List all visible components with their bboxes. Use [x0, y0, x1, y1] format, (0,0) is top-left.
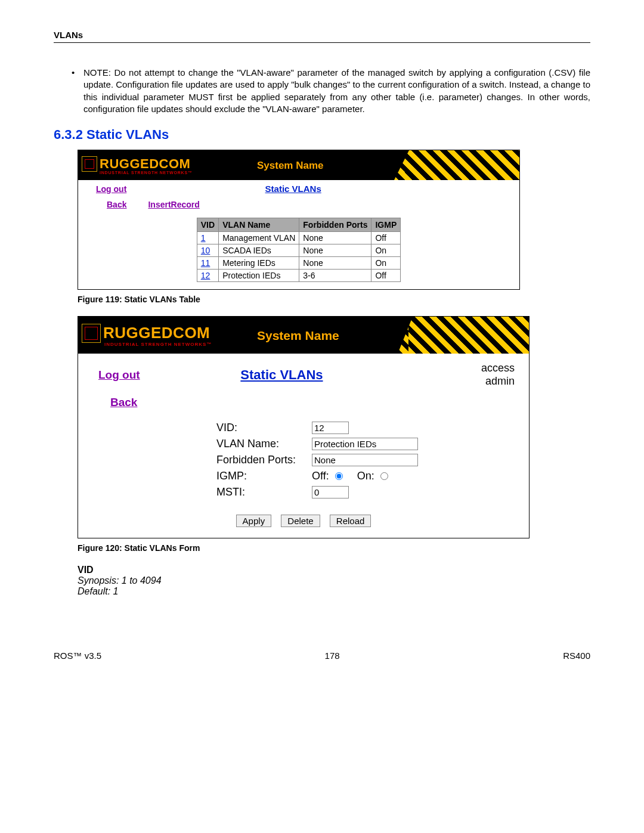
igmp-off-radio[interactable] — [335, 472, 343, 480]
param-name: VID — [78, 565, 590, 575]
param-synopsis: Synopsis: 1 to 4094 — [78, 575, 590, 586]
igmp-off-label: Off: — [312, 470, 329, 482]
vid-label: VID: — [78, 422, 312, 434]
cell: Metering IEDs — [219, 257, 299, 270]
logo-icon — [82, 324, 101, 343]
vid-input[interactable] — [312, 422, 349, 434]
apply-button[interactable]: Apply — [236, 515, 272, 527]
igmp-on-radio[interactable] — [380, 472, 388, 480]
delete-button[interactable]: Delete — [281, 515, 320, 527]
cell: None — [299, 257, 371, 270]
page-title[interactable]: Static VLANs — [240, 367, 323, 383]
param-section: VID Synopsis: 1 to 4094 Default: 1 — [78, 565, 590, 597]
system-name: System Name — [257, 160, 324, 172]
igmp-on-label: On: — [357, 470, 374, 482]
footer-center: 178 — [325, 651, 340, 661]
reload-button[interactable]: Reload — [330, 515, 371, 527]
vlan-table: VID VLAN Name Forbidden Ports IGMP 1 Man… — [197, 218, 401, 282]
msti-input[interactable] — [312, 486, 349, 498]
page-footer: ROS™ v3.5 178 RS400 — [54, 651, 590, 661]
igmp-label: IGMP: — [78, 470, 312, 482]
nav-row-2: Back — [78, 390, 529, 420]
cell: 3-6 — [299, 270, 371, 282]
nav-row: Log out Static VLANs access admin — [78, 354, 529, 390]
logo-subtext: INDUSTRIAL STRENGTH NETWORKS™ — [82, 342, 212, 347]
col-forbidden-ports: Forbidden Ports — [299, 218, 371, 232]
cell: Off — [371, 270, 401, 282]
table-row: 1 Management VLAN None Off — [197, 232, 400, 244]
logo-text: RUGGEDCOM — [100, 156, 190, 172]
note-text: NOTE: Do not attempt to change the "VLAN… — [83, 67, 590, 114]
msti-label: MSTI: — [78, 486, 312, 498]
figure-120-caption: Figure 120: Static VLANs Form — [78, 543, 590, 553]
col-vid: VID — [197, 218, 218, 232]
forbidden-ports-label: Forbidden Ports: — [78, 454, 312, 466]
vlan-form: VID: VLAN Name: Forbidden Ports: IGMP: O… — [78, 420, 529, 538]
vlan-name-label: VLAN Name: — [78, 438, 312, 450]
logout-link[interactable]: Log out — [98, 368, 140, 382]
note-paragraph: • NOTE: Do not attempt to change the "VL… — [83, 67, 590, 115]
section-heading: 6.3.2 Static VLANs — [54, 127, 590, 143]
param-default: Default: 1 — [78, 586, 590, 597]
back-link[interactable]: Back — [110, 396, 137, 409]
system-name: System Name — [257, 329, 339, 343]
col-igmp: IGMP — [371, 218, 401, 232]
app-header: RUGGEDCOM INDUSTRIAL STRENGTH NETWORKS™ … — [78, 150, 519, 180]
hazard-stripe-icon — [398, 317, 529, 354]
col-vlan-name: VLAN Name — [219, 218, 299, 232]
access-label: access admin — [481, 362, 515, 388]
back-link[interactable]: Back — [107, 200, 126, 209]
cell: SCADA IEDs — [219, 244, 299, 257]
vid-link[interactable]: 12 — [201, 271, 210, 280]
cell: Protection IEDs — [219, 270, 299, 282]
cell: Off — [371, 232, 401, 244]
nav-row: Log out Static VLANs — [78, 180, 519, 196]
hazard-stripe-icon — [394, 150, 519, 180]
nav-row-2: Back InsertRecord — [78, 196, 519, 215]
logo-icon — [82, 156, 97, 172]
footer-right: RS400 — [563, 651, 590, 661]
logo-text: RUGGEDCOM — [103, 324, 210, 342]
cell: Management VLAN — [219, 232, 299, 244]
vlan-name-input[interactable] — [312, 438, 418, 450]
footer-left: ROS™ v3.5 — [54, 651, 101, 661]
page-header: VLANs — [54, 30, 590, 43]
cell: None — [299, 244, 371, 257]
logo: RUGGEDCOM INDUSTRIAL STRENGTH NETWORKS™ — [78, 156, 193, 175]
vid-link[interactable]: 1 — [201, 233, 206, 243]
figure-119-caption: Figure 119: Static VLANs Table — [78, 295, 590, 304]
page-title[interactable]: Static VLANs — [265, 184, 321, 194]
insert-record-link[interactable]: InsertRecord — [148, 200, 199, 209]
logout-link[interactable]: Log out — [96, 184, 126, 194]
forbidden-ports-input[interactable] — [312, 454, 418, 466]
table-row: 11 Metering IEDs None On — [197, 257, 400, 270]
figure-120-screenshot: RUGGEDCOM INDUSTRIAL STRENGTH NETWORKS™ … — [78, 316, 530, 538]
app-header: RUGGEDCOM INDUSTRIAL STRENGTH NETWORKS™ … — [78, 317, 529, 354]
logo-subtext: INDUSTRIAL STRENGTH NETWORKS™ — [82, 171, 193, 175]
bullet-icon: • — [72, 67, 75, 79]
table-row: 10 SCADA IEDs None On — [197, 244, 400, 257]
figure-119-screenshot: RUGGEDCOM INDUSTRIAL STRENGTH NETWORKS™ … — [78, 150, 520, 290]
vid-link[interactable]: 11 — [201, 258, 210, 268]
vid-link[interactable]: 10 — [201, 246, 210, 255]
table-row: 12 Protection IEDs 3-6 Off — [197, 270, 400, 282]
cell: None — [299, 232, 371, 244]
logo: RUGGEDCOM INDUSTRIAL STRENGTH NETWORKS™ — [78, 324, 212, 347]
cell: On — [371, 257, 401, 270]
cell: On — [371, 244, 401, 257]
